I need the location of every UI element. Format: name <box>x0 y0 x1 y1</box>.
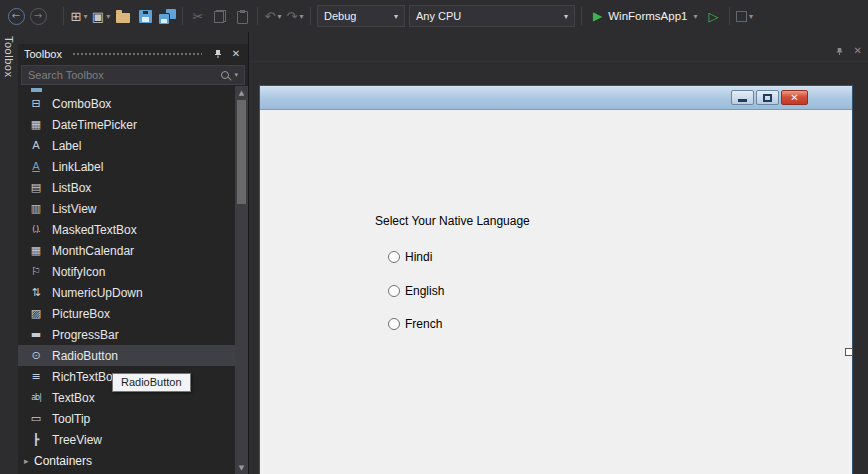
navigate-back-button[interactable]: ← <box>6 4 26 28</box>
save-button[interactable] <box>135 4 155 28</box>
solution-configurations-dropdown[interactable]: Debug ▾ <box>317 5 405 27</box>
document-area: ✕ ✕ Select Your Native Language H <box>248 32 868 474</box>
new-project-icon: ⊞ <box>71 10 82 23</box>
progressbar-icon: ▬ <box>28 328 44 341</box>
radio-label: French <box>405 317 442 331</box>
form-titlebar[interactable]: ✕ <box>260 86 852 110</box>
scroll-down-icon[interactable]: ▼ <box>235 461 248 474</box>
toolbox-item-notifyicon[interactable]: ⚐ NotifyIcon <box>18 261 235 282</box>
minimize-button[interactable] <box>731 90 754 105</box>
toolbox-item-listbox[interactable]: ▤ ListBox <box>18 177 235 198</box>
toolbar-separator <box>182 7 183 25</box>
copy-button[interactable] <box>210 4 230 28</box>
form-label[interactable]: Select Your Native Language <box>375 214 530 228</box>
scrollbar-thumb[interactable] <box>237 100 246 204</box>
toolbox-category-label: Containers <box>34 454 92 468</box>
start-project-label: WinFormsApp1 <box>608 10 687 22</box>
standard-toolbar: ← → ⊞ ▾ ▣ ▾ ✂ <box>0 0 868 32</box>
toolbox-item-label: RichTextBox <box>52 370 119 384</box>
linklabel-icon: A <box>28 160 44 173</box>
open-file-button[interactable] <box>113 4 133 28</box>
toolbox-item-progressbar[interactable]: ▬ ProgressBar <box>18 324 235 345</box>
toolbox-item-datetimepicker[interactable]: ▦ DateTimePicker <box>18 114 235 135</box>
chevron-down-icon: ▾ <box>749 12 753 21</box>
toolbox-item-clipped[interactable] <box>18 86 235 93</box>
textbox-icon: ab| <box>28 393 44 402</box>
toolbox-pin-button[interactable] <box>210 46 226 61</box>
search-input[interactable] <box>22 69 221 81</box>
toolbox-item-label: TreeView <box>52 433 102 447</box>
toolbox-titlebar: Toolbox ✕ <box>18 44 248 63</box>
save-all-button[interactable] <box>157 4 177 28</box>
toolbox-item-picturebox[interactable]: ▨ PictureBox <box>18 303 235 324</box>
scroll-up-icon[interactable]: ▲ <box>235 86 248 99</box>
toolbox-vertical-tab[interactable]: Toolbox <box>3 36 15 77</box>
new-project-button[interactable]: ⊞ ▾ <box>69 4 89 28</box>
maximize-icon <box>763 94 772 102</box>
close-button[interactable]: ✕ <box>781 90 808 105</box>
search-icon <box>221 71 229 79</box>
maximize-button[interactable] <box>756 90 779 105</box>
redo-button[interactable]: ↷ ▾ <box>285 4 305 28</box>
radio-circle-icon[interactable] <box>388 318 400 330</box>
document-well: ✕ <box>249 32 868 62</box>
toolbox-item-listview[interactable]: ▥ ListView <box>18 198 235 219</box>
chevron-down-icon: ▾ <box>83 12 87 21</box>
misc-tool-button[interactable]: ▾ <box>735 4 755 28</box>
toolbox-drag-grip[interactable] <box>72 52 202 57</box>
tooltip-icon: ▭ <box>28 412 44 425</box>
toolbox-item-radiobutton[interactable]: ⊙ RadioButton <box>18 345 235 366</box>
cut-icon: ✂ <box>193 10 204 23</box>
monthcalendar-icon: ▦ <box>28 244 44 257</box>
solution-platforms-dropdown[interactable]: Any CPU ▾ <box>409 5 575 27</box>
document-pin-button[interactable] <box>835 47 844 56</box>
radio-hindi[interactable]: Hindi <box>388 250 432 264</box>
add-new-item-button[interactable]: ▣ ▾ <box>91 4 111 28</box>
solution-configurations-value: Debug <box>324 10 392 22</box>
undo-button[interactable]: ↶ ▾ <box>263 4 283 28</box>
toolbox-item-label-control[interactable]: A Label <box>18 135 235 156</box>
toolbox-item-numericupdown[interactable]: ⇅ NumericUpDown <box>18 282 235 303</box>
radio-circle-icon[interactable] <box>388 285 400 297</box>
save-all-icon <box>159 9 176 24</box>
toolbox-item-label: ProgressBar <box>52 328 119 342</box>
radio-english[interactable]: English <box>388 284 444 298</box>
paste-button[interactable] <box>232 4 252 28</box>
winforms-designer-form[interactable]: ✕ Select Your Native Language Hindi Engl… <box>259 85 853 474</box>
toolbox-close-button[interactable]: ✕ <box>228 46 244 61</box>
toolbox-item-label: TextBox <box>52 391 95 405</box>
toolbox-search-box: ▾ <box>21 65 245 85</box>
category-caret-icon: ▸ <box>24 456 34 466</box>
toolbox-item-treeview[interactable]: ┣ TreeView <box>18 429 235 450</box>
toolbox-item-label: RadioButton <box>52 349 118 363</box>
toolbox-item-linklabel[interactable]: A LinkLabel <box>18 156 235 177</box>
chevron-down-icon: ▾ <box>277 12 281 21</box>
cut-button[interactable]: ✂ <box>188 4 208 28</box>
toolbox-scrollbar[interactable]: ▲ ▼ <box>235 86 248 474</box>
toolbox-item-maskedtextbox[interactable]: (.). MaskedTextBox <box>18 219 235 240</box>
form-client-area[interactable]: Select Your Native Language Hindi Englis… <box>260 110 852 474</box>
navigate-forward-button[interactable]: → <box>28 4 48 28</box>
toolbox-item-tooltip[interactable]: ▭ ToolTip <box>18 408 235 429</box>
close-icon: ✕ <box>232 49 240 59</box>
chevron-down-icon: ▾ <box>564 12 568 21</box>
pin-icon <box>213 49 223 59</box>
toolbox-item-label: ToolTip <box>52 412 90 426</box>
toolbox-tooltip: RadioButton <box>112 373 191 392</box>
form-resize-handle[interactable] <box>845 348 853 356</box>
close-icon: ✕ <box>790 93 798 103</box>
add-item-icon: ▣ <box>92 10 104 23</box>
document-close-button[interactable]: ✕ <box>854 46 862 56</box>
radio-circle-icon[interactable] <box>388 251 400 263</box>
toolbox-category-containers[interactable]: ▸ Containers <box>18 450 235 471</box>
copy-icon <box>214 10 226 23</box>
maskedtextbox-icon: (.). <box>28 225 44 234</box>
start-without-debugging-button[interactable]: ▷ <box>704 4 724 28</box>
designer-surface[interactable]: ✕ Select Your Native Language Hindi Engl… <box>249 62 868 474</box>
toolbox-item-monthcalendar[interactable]: ▦ MonthCalendar <box>18 240 235 261</box>
save-icon <box>139 10 152 23</box>
open-folder-icon <box>116 13 130 23</box>
start-debugging-button[interactable]: ▶ WinFormsApp1 ▾ <box>588 4 703 28</box>
radio-french[interactable]: French <box>388 317 442 331</box>
toolbox-item-combobox[interactable]: ⊟ ComboBox <box>18 93 235 114</box>
